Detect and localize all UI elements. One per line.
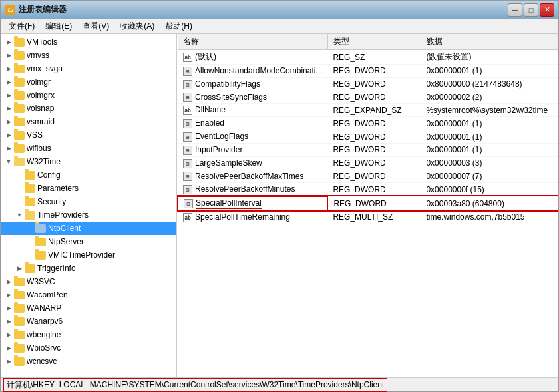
folder-icon-VSS	[14, 130, 25, 140]
type-icon: ab	[183, 213, 192, 222]
cell-type: REG_DWORD	[327, 91, 421, 104]
toggle-volmgr[interactable]: ▶	[3, 77, 14, 87]
tree-label-vsmraid: vsmraid	[27, 117, 55, 126]
toggle-VSS[interactable]: ▶	[3, 130, 14, 140]
toggle-NtpClient[interactable]	[25, 223, 35, 234]
toggle-WbioSrvc[interactable]: ▶	[3, 343, 14, 353]
table-row[interactable]: ⊞EnabledREG_DWORD0x00000001 (1)	[178, 117, 558, 130]
toggle-VMICTimeProvider[interactable]	[25, 250, 35, 260]
folder-icon-NtpClient	[35, 223, 46, 234]
window-title: 注册表编辑器	[19, 4, 67, 15]
toggle-Wanarpv6[interactable]: ▶	[3, 316, 14, 327]
tree-item-TriggerInfo[interactable]: ▶ TriggerInfo	[1, 262, 176, 275]
toggle-W3SVC[interactable]: ▶	[3, 276, 14, 287]
table-row[interactable]: ⊞ResolvePeerBackoffMinutesREG_DWORD0x000…	[178, 183, 558, 196]
value-name: LargeSampleSkew	[195, 158, 262, 168]
tree-label-NtpClient: NtpClient	[48, 224, 81, 233]
tree-item-wcncsvc[interactable]: ▶ wcncsvc	[1, 355, 176, 368]
table-row[interactable]: ⊞LargeSampleSkewREG_DWORD0x00000003 (3)	[178, 156, 558, 170]
tree-item-NtpServer[interactable]: NtpServer	[1, 235, 176, 248]
cell-type: REG_MULTI_SZ	[327, 210, 421, 224]
toggle-WacomPen[interactable]: ▶	[3, 290, 14, 300]
table-row[interactable]: ⊞CrossSiteSyncFlagsREG_DWORD0x00000002 (…	[178, 91, 558, 104]
table-row[interactable]: abDllNameREG_EXPAND_SZ%systemroot%\syste…	[178, 104, 558, 117]
col-name[interactable]: 名称	[178, 34, 327, 50]
tree-item-VSS[interactable]: ▶ VSS	[1, 128, 176, 142]
table-row[interactable]: ab(默认)REG_SZ(数值未设置)	[178, 50, 558, 65]
tree-item-Wanarpv6[interactable]: ▶ Wanarpv6	[1, 315, 176, 328]
type-icon: ⊞	[183, 185, 192, 194]
tree-item-Security[interactable]: Security	[1, 195, 176, 208]
cell-type: REG_DWORD	[327, 117, 421, 130]
folder-icon-volmgr	[14, 77, 25, 87]
values-pane[interactable]: 名称 类型 数据 ab(默认)REG_SZ(数值未设置)⊞AllowNonsta…	[177, 34, 558, 377]
toggle-TriggerInfo[interactable]: ▶	[14, 263, 25, 274]
tree-item-volmgr[interactable]: ▶ volmgr	[1, 75, 176, 89]
menu-help[interactable]: 帮助(H)	[160, 19, 198, 33]
menu-edit[interactable]: 编辑(E)	[40, 19, 77, 33]
cell-data: (数值未设置)	[421, 50, 558, 65]
col-type[interactable]: 类型	[327, 34, 421, 50]
tree-item-VMICTimeProvider[interactable]: VMICTimeProvider	[1, 248, 176, 262]
toggle-volmgrx[interactable]: ▶	[3, 90, 14, 100]
minimize-button[interactable]: ─	[508, 3, 522, 17]
tree-item-vsmraid[interactable]: ▶ vsmraid	[1, 115, 176, 128]
value-name: AllowNonstandardModeCombinati...	[195, 66, 322, 75]
tree-item-W32Time[interactable]: ▼ W32Time	[1, 155, 176, 168]
menu-favorites[interactable]: 收藏夹(A)	[114, 19, 160, 33]
table-row[interactable]: ⊞EventLogFlagsREG_DWORD0x00000001 (1)	[178, 130, 558, 144]
table-row[interactable]: ⊞InputProviderREG_DWORD0x00000001 (1)	[178, 143, 558, 156]
tree-item-vmx_svga[interactable]: ▶ vmx_svga	[1, 62, 176, 75]
tree-item-WbioSrvc[interactable]: ▶ WbioSrvc	[1, 341, 176, 355]
tree-item-TimeProviders[interactable]: ▼ TimeProviders	[1, 208, 176, 222]
close-button[interactable]: ✕	[540, 3, 554, 17]
tree-item-Config[interactable]: Config	[1, 168, 176, 182]
toggle-wbengine[interactable]: ▶	[3, 329, 14, 340]
toggle-wifibus[interactable]: ▶	[3, 143, 14, 154]
toggle-Config[interactable]	[14, 170, 25, 180]
tree-item-volsnap[interactable]: ▶ volsnap	[1, 102, 176, 115]
tree-item-volmgrx[interactable]: ▶ volmgrx	[1, 89, 176, 102]
toggle-Parameters[interactable]	[14, 183, 25, 194]
tree-label-WbioSrvc: WbioSrvc	[27, 343, 61, 353]
tree-pane[interactable]: ▶ VMTools ▶ vmvss ▶ vmx_svga	[1, 34, 177, 377]
folder-icon-Parameters	[25, 183, 35, 194]
tree-item-W3SVC[interactable]: ▶ W3SVC	[1, 275, 176, 288]
tree-item-WacomPen[interactable]: ▶ WacomPen	[1, 288, 176, 301]
toggle-vmx_svga[interactable]: ▶	[3, 63, 14, 74]
tree-item-wbengine[interactable]: ▶ wbengine	[1, 328, 176, 341]
tree-item-Parameters[interactable]: Parameters	[1, 182, 176, 195]
tree-item-NtpClient[interactable]: NtpClient	[1, 222, 176, 235]
tree-label-vmvss: vmvss	[27, 51, 49, 60]
value-name: ResolvePeerBackoffMinutes	[195, 184, 295, 194]
toggle-WANARP[interactable]: ▶	[3, 303, 14, 313]
menu-file[interactable]: 文件(F)	[3, 19, 40, 33]
tree-item-vmvss[interactable]: ▶ vmvss	[1, 49, 176, 62]
toggle-volsnap[interactable]: ▶	[3, 103, 14, 114]
table-row[interactable]: ⊞SpecialPollIntervalREG_DWORD0x00093a80 …	[178, 196, 558, 210]
table-row[interactable]: abSpecialPollTimeRemainingREG_MULTI_SZti…	[178, 210, 558, 224]
tree-item-VMTools[interactable]: ▶ VMTools	[1, 35, 176, 49]
table-row[interactable]: ⊞AllowNonstandardModeCombinati...REG_DWO…	[178, 65, 558, 78]
toggle-vmvss[interactable]: ▶	[3, 50, 14, 61]
toggle-TimeProviders[interactable]: ▼	[14, 210, 25, 220]
folder-icon-VMTools	[14, 37, 25, 47]
toggle-NtpServer[interactable]	[25, 236, 35, 247]
toggle-VMTools[interactable]: ▶	[3, 37, 14, 47]
toggle-Security[interactable]	[14, 196, 25, 207]
table-row[interactable]: ⊞ResolvePeerBackoffMaxTimesREG_DWORD0x00…	[178, 170, 558, 183]
cell-name: ⊞InputProvider	[178, 143, 327, 156]
toggle-W32Time[interactable]: ▼	[3, 156, 14, 167]
col-data[interactable]: 数据	[421, 34, 558, 50]
registry-editor-window: 🗂 注册表编辑器 ─ □ ✕ 文件(F) 编辑(E) 查看(V) 收藏夹(A) …	[0, 0, 559, 392]
folder-icon-TriggerInfo	[25, 263, 35, 274]
menu-view[interactable]: 查看(V)	[77, 19, 114, 33]
toggle-vsmraid[interactable]: ▶	[3, 116, 14, 127]
cell-type: REG_DWORD	[327, 170, 421, 183]
tree-item-wifibus[interactable]: ▶ wifibus	[1, 142, 176, 155]
tree-item-WANARP[interactable]: ▶ WANARP	[1, 301, 176, 315]
table-row[interactable]: ⊞CompatibilityFlagsREG_DWORD0x80000000 (…	[178, 77, 558, 91]
toggle-wcncsvc[interactable]: ▶	[3, 356, 14, 367]
maximize-button[interactable]: □	[524, 3, 538, 17]
type-icon: ab	[183, 106, 192, 115]
